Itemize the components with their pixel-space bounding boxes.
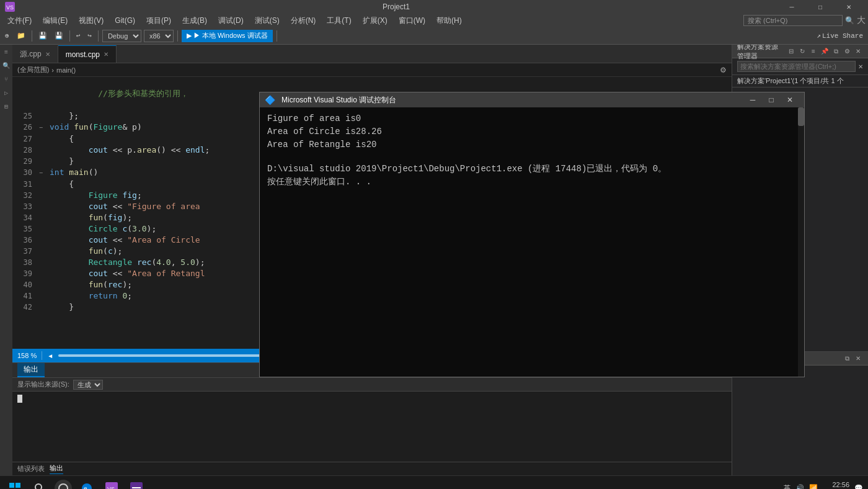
svg-text:e: e: [84, 485, 87, 490]
menu-test[interactable]: 测试(S): [250, 14, 285, 27]
right-panel-header: 解决方案资源管理器 ⊟ ↻ ≡ 📌 ⧉ ⚙ ✕: [732, 45, 868, 58]
menu-window[interactable]: 窗口(W): [394, 14, 430, 27]
dock-icon[interactable]: ⧉: [831, 47, 841, 56]
activity-git-icon[interactable]: ⑂: [1, 74, 11, 84]
solution-search: ✕: [732, 58, 868, 75]
svg-rect-14: [132, 487, 141, 488]
menu-debug[interactable]: 调试(D): [213, 14, 249, 27]
menu-extensions[interactable]: 扩展(X): [358, 14, 392, 27]
taskbar-vs-icon[interactable]: VS: [102, 478, 122, 490]
menu-project[interactable]: 项目(P): [141, 14, 176, 27]
close-panel-icon[interactable]: ✕: [853, 47, 863, 56]
tab-monst-cpp[interactable]: monst.cpp ✕: [58, 45, 117, 63]
toolbar-sep-3: [98, 30, 99, 42]
error-list-tab[interactable]: 错误列表: [17, 464, 45, 473]
output-source-select[interactable]: 生成: [73, 380, 103, 390]
breadcrumb-settings-icon[interactable]: ⚙: [720, 66, 727, 74]
toolbar-save-btn[interactable]: 💾: [36, 29, 50, 43]
menu-build[interactable]: 生成(B): [177, 14, 212, 27]
debug-scrollbar[interactable]: [798, 107, 804, 377]
account-icon[interactable]: 大: [857, 15, 866, 26]
settings-icon[interactable]: ⚙: [842, 47, 852, 56]
menu-view[interactable]: 视图(V): [74, 14, 108, 27]
debug-line-5: D:\visual studio 2019\Project1\Debug\Pro…: [267, 163, 797, 176]
platform-select[interactable]: x86: [144, 30, 174, 42]
changes-close-icon[interactable]: ✕: [853, 354, 863, 364]
activity-search-icon[interactable]: 🔍: [1, 61, 11, 71]
breadcrumb-function[interactable]: main(): [56, 66, 76, 74]
taskbar-app-icon[interactable]: [126, 478, 146, 490]
search-box[interactable]: 搜索 (Ctrl+Q): [743, 15, 843, 26]
status-sep: [42, 351, 42, 360]
toolbar-open-btn[interactable]: 📁: [14, 29, 28, 43]
debug-console-modal: 🔷 Microsoft Visual Studio 调试控制台 ─ □ ✕ Fi…: [259, 92, 805, 377]
collapse-all-icon[interactable]: ⊟: [786, 47, 796, 56]
toolbar-sep-4: [177, 30, 178, 42]
live-share-button[interactable]: ↗ Live Share: [814, 29, 866, 43]
menu-git[interactable]: Git(G): [110, 14, 140, 27]
debug-maximize-btn[interactable]: □: [762, 92, 781, 107]
filter-icon[interactable]: ≡: [808, 47, 818, 56]
taskbar-search-icon[interactable]: [30, 478, 50, 490]
activity-debug-icon[interactable]: ▷: [1, 88, 11, 98]
debug-close-btn[interactable]: ✕: [781, 92, 799, 107]
changes-dock-icon[interactable]: ⧉: [842, 354, 852, 364]
edge-icon: e: [81, 482, 93, 490]
output-cursor: [17, 395, 22, 403]
debug-line-3: Area of Retangle is20: [267, 138, 797, 151]
window-controls: ─ □ ✕: [777, 0, 863, 14]
search-clear-icon[interactable]: ✕: [858, 63, 863, 70]
debug-minimize-btn[interactable]: ─: [743, 92, 762, 107]
debug-modal-controls: ─ □ ✕: [743, 92, 799, 107]
title-bar-left: VS: [5, 2, 15, 12]
play-icon: ▶: [187, 32, 192, 40]
output-tab-bottom[interactable]: 输出: [50, 464, 63, 474]
fold-btn-26[interactable]: −: [37, 122, 45, 133]
close-button[interactable]: ✕: [835, 0, 863, 14]
menu-edit[interactable]: 编辑(E): [38, 14, 73, 27]
refresh-icon[interactable]: ↻: [797, 47, 807, 56]
output-content: [12, 392, 732, 462]
debug-config-select[interactable]: Debug: [102, 30, 141, 42]
tab-source-cpp[interactable]: 源.cpp ✕: [12, 45, 58, 63]
breadcrumb-bar: (全局范围) › main() ⚙: [12, 63, 732, 77]
breadcrumb-scope[interactable]: (全局范围): [17, 65, 49, 74]
taskbar: e VS 英 🔊 📶 22:56 2022/6/6 💬: [0, 475, 868, 489]
menu-tools[interactable]: 工具(T): [322, 14, 356, 27]
minimize-button[interactable]: ─: [777, 0, 806, 14]
fold-btn-30[interactable]: −: [37, 168, 45, 179]
tab-bar: 源.cpp ✕ monst.cpp ✕: [12, 45, 732, 63]
tab-source-cpp-close[interactable]: ✕: [45, 51, 50, 58]
taskbar-volume-icon: 🔊: [795, 484, 804, 489]
toolbar-save-all-btn[interactable]: 💾: [52, 29, 66, 43]
search-icon: 🔍: [845, 16, 854, 25]
comment-text: //形参头和基类的引用，: [98, 89, 188, 98]
toolbar: ⊕ 📁 💾 💾 ↩ ↪ Debug x86 ▶ ▶ 本地 Windows 调试器…: [0, 27, 868, 45]
toolbar-redo-btn[interactable]: ↪: [85, 29, 94, 43]
toolbar-new-btn[interactable]: ⊕: [2, 29, 12, 43]
debug-console-content[interactable]: Figure of area is0 Area of Circle is28.2…: [260, 107, 804, 377]
run-debugger-button[interactable]: ▶ ▶ 本地 Windows 调试器: [182, 30, 273, 42]
solution-search-input[interactable]: [737, 61, 856, 72]
menu-help[interactable]: 帮助(H): [432, 14, 467, 27]
menu-analyze[interactable]: 分析(N): [286, 14, 321, 27]
maximize-button[interactable]: □: [806, 0, 835, 14]
taskbar-browser-icon[interactable]: e: [77, 478, 97, 490]
debug-modal-title-text: Microsoft Visual Studio 调试控制台: [281, 95, 740, 105]
taskbar-right: 英 🔊 📶 22:56 2022/6/6 💬: [784, 481, 863, 490]
activity-extensions-icon[interactable]: ⊞: [1, 102, 11, 112]
tab-monst-cpp-close[interactable]: ✕: [104, 51, 108, 58]
activity-explorer-icon[interactable]: ≡: [1, 47, 11, 57]
taskbar-notification-icon[interactable]: 💬: [854, 484, 863, 489]
title-bar: VS Project1 ─ □ ✕: [0, 0, 868, 14]
pin-icon[interactable]: 📌: [820, 47, 830, 56]
changes-icons: ⧉ ✕: [842, 354, 863, 364]
zoom-level: 158 %: [17, 352, 37, 359]
toolbar-undo-btn[interactable]: ↩: [74, 29, 83, 43]
menu-file[interactable]: 文件(F): [2, 14, 37, 27]
start-menu-button[interactable]: [5, 478, 25, 490]
vs-logo-icon: VS: [5, 2, 15, 12]
debug-line-1: Figure of area is0: [267, 112, 797, 125]
taskbar-cortana-icon[interactable]: [55, 480, 72, 490]
output-tab[interactable]: 输出: [17, 363, 45, 377]
